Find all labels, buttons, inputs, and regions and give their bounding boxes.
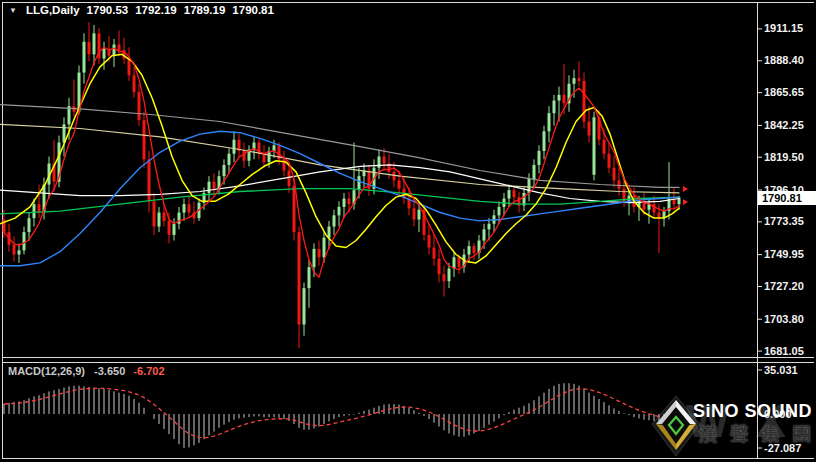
- candle-up: [538, 151, 541, 165]
- candle-up: [338, 207, 341, 215]
- quote-high: 1792.19: [135, 4, 177, 16]
- candle-down: [658, 213, 661, 219]
- candle-down: [263, 154, 266, 162]
- candle-down: [513, 190, 516, 197]
- axis-tick: [757, 351, 762, 352]
- axis-tick: [757, 254, 762, 255]
- candle-up: [533, 165, 536, 179]
- candle-down: [288, 171, 291, 186]
- candle-down: [608, 154, 611, 168]
- candle-down: [438, 259, 441, 274]
- candle-down: [243, 151, 246, 161]
- candle-up: [23, 232, 26, 250]
- candle-up: [233, 140, 236, 154]
- macd-axis-label: 35.031: [764, 364, 798, 376]
- candle-down: [163, 213, 166, 221]
- quote-open: 1790.53: [87, 4, 129, 16]
- ma-blue: [0, 131, 679, 265]
- candle-down: [413, 208, 416, 219]
- macd-signal-line: [4, 388, 679, 437]
- macd-main-value: -3.650: [94, 365, 125, 377]
- candle-up: [103, 49, 106, 59]
- axis-tick: [757, 286, 762, 287]
- ma-gray: [0, 105, 679, 188]
- candle-down: [578, 78, 581, 81]
- candle-down: [398, 180, 401, 188]
- candle-up: [558, 95, 561, 101]
- candle-down: [318, 249, 321, 257]
- quote-close: 1790.81: [232, 4, 274, 16]
- price-axis-label: 1819.50: [764, 151, 804, 163]
- price-marker-icon: [683, 199, 688, 205]
- candle-up: [553, 101, 556, 114]
- candle-up: [273, 145, 276, 151]
- price-axis-label: 1888.40: [764, 54, 804, 66]
- price-axis-label: 1749.95: [764, 248, 804, 260]
- macd-indicator-label: MACD(12,26,9) -3.650 -6.702: [8, 365, 165, 377]
- candle-up: [173, 224, 176, 235]
- cjk-char: 聲: [730, 422, 748, 446]
- price-axis-label: 1703.80: [764, 313, 804, 325]
- candle-down: [653, 204, 656, 212]
- candle-down: [128, 59, 131, 76]
- dropdown-arrow-icon[interactable]: ▼: [9, 6, 17, 15]
- macd-layer: [4, 383, 679, 448]
- candle-down: [133, 75, 136, 92]
- candle-down: [143, 120, 146, 159]
- candle-down: [88, 42, 91, 55]
- candle-down: [393, 172, 396, 180]
- price-axis-label: 1681.05: [764, 345, 804, 357]
- candle-up: [323, 238, 326, 258]
- axis-tick: [757, 190, 762, 191]
- axis-tick: [757, 60, 762, 61]
- candle-up: [228, 154, 231, 165]
- candle-down: [473, 246, 476, 253]
- candle-down: [348, 199, 351, 205]
- candle-up: [483, 229, 486, 240]
- candle-up: [358, 176, 361, 190]
- ma-red-fast: [4, 47, 679, 277]
- candle-down: [618, 180, 621, 188]
- candle-up: [208, 182, 211, 193]
- candle-up: [508, 190, 511, 198]
- candle-down: [443, 274, 446, 281]
- candle-down: [383, 157, 386, 164]
- quote-low: 1789.19: [184, 4, 226, 16]
- candle-up: [418, 210, 421, 220]
- candle-down: [293, 186, 296, 232]
- candle-down: [563, 95, 566, 103]
- sino-sound-watermark: WX SiNO SOUND 漢 聲 集 團: [644, 394, 814, 460]
- price-marker-icon: [683, 186, 688, 192]
- candle-up: [573, 78, 576, 84]
- symbol-title: ▼ LLG,Daily 1790.53 1792.19 1789.19 1790…: [9, 4, 274, 16]
- candle-up: [183, 204, 186, 212]
- candle-up: [303, 288, 306, 324]
- price-axis-label: 1865.65: [764, 86, 804, 98]
- axis-tick: [757, 28, 762, 29]
- candle-down: [138, 92, 141, 120]
- axis-tick: [757, 370, 762, 371]
- cjk-char: 漢: [699, 422, 717, 446]
- candle-up: [343, 199, 346, 207]
- axis-tick: [757, 221, 762, 222]
- ma-yellow: [0, 54, 679, 263]
- candle-up: [28, 218, 31, 232]
- candle-up: [18, 250, 21, 254]
- price-axis-label: 1911.15: [764, 22, 803, 34]
- candle-up: [333, 215, 336, 226]
- cjk-char: 團: [793, 422, 811, 446]
- candle-up: [313, 249, 316, 267]
- symbol-period-label: LLG,Daily: [26, 4, 80, 16]
- candle-down: [298, 232, 301, 324]
- candle-down: [583, 81, 586, 122]
- price-axis-label: 1842.25: [764, 119, 804, 131]
- candle-down: [613, 168, 616, 181]
- candle-down: [428, 235, 431, 248]
- sino-sound-brand-text: SiNO SOUND: [693, 401, 812, 422]
- candle-up: [548, 113, 551, 131]
- candle-up: [628, 196, 631, 202]
- axis-tick: [757, 92, 762, 93]
- candles-layer: [3, 22, 681, 348]
- candle-down: [603, 140, 606, 154]
- chart-canvas[interactable]: [0, 0, 816, 462]
